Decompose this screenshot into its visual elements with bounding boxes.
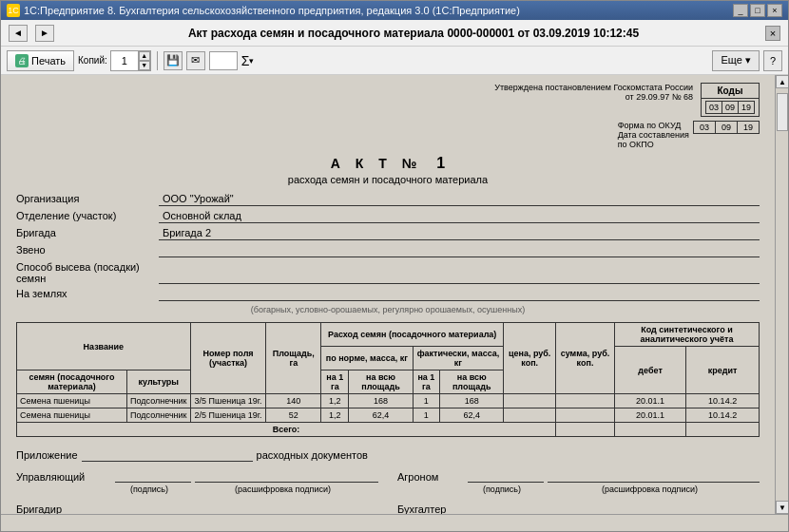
- row1-fakt1ga: 1: [413, 394, 439, 408]
- col-na1ga1-header: на 1 га: [321, 370, 349, 394]
- bukhgalter-podpis-line: [468, 502, 544, 514]
- okud-section: Форма по ОКУД Дата составления по ОКПО 0…: [16, 121, 760, 149]
- forward-button[interactable]: ►: [35, 25, 54, 42]
- upravlyayushchiy-podpis-line: [115, 469, 191, 483]
- scroll-thumb[interactable]: [777, 93, 788, 131]
- sposob-label: Способ высева (посадки) семян: [16, 261, 159, 284]
- bogary-text: (богарных, условно-орошаемых, регулярно …: [16, 305, 760, 314]
- left-spacer: [16, 121, 618, 149]
- doc-layout: Утверждена постановлением Госкомстата Ро…: [1, 75, 788, 514]
- total-row: Всего:: [17, 423, 760, 437]
- scroll-down-button[interactable]: ▼: [776, 501, 788, 514]
- maximize-button[interactable]: □: [750, 4, 765, 17]
- number-input[interactable]: 0: [209, 51, 238, 70]
- scroll-up-button[interactable]: ▲: [776, 75, 788, 88]
- col-navsyu2-header: на всю площадь: [440, 370, 504, 394]
- brigadir-podpis-line: [115, 502, 191, 514]
- date-codes-table: 03 09 19: [693, 121, 760, 134]
- org-label: Организация: [16, 193, 159, 206]
- row2-faktvsyu: 62,4: [440, 408, 504, 423]
- total-debet: [614, 423, 685, 437]
- col-kultury-header: культуры: [127, 370, 191, 394]
- col-nomer-header: Номер поля (участка): [190, 323, 266, 394]
- dept-field: Отделение (участок) Основной склад: [16, 210, 760, 223]
- sig-row-2: Бригадир Бухгалтер: [16, 502, 760, 514]
- copies-label: Копий:: [78, 55, 107, 66]
- col-tsena-header: цена, руб. коп.: [504, 323, 556, 394]
- upravlyayushchiy-rashifrovka-sub: (расшифровка подписи): [187, 484, 378, 494]
- row1-kultura: Подсолнечник: [127, 394, 191, 408]
- approval-section: Утверждена постановлением Госкомстата Ро…: [16, 83, 760, 117]
- copies-input[interactable]: [111, 51, 138, 70]
- toolbar-right: Еще ▾ ?: [712, 50, 782, 71]
- agronom-rashifrovka-line: [548, 469, 760, 483]
- sig-row-1: Управляющий Агроном: [16, 469, 760, 483]
- org-value: ООО "Урожай": [159, 193, 760, 206]
- brigadir-rashifrovka-line: [195, 502, 378, 514]
- row2-nomer: 2/5 Пшеница 19г.: [190, 408, 266, 423]
- upravlyayushchiy-subs: (подпись) (расшифровка подписи): [16, 484, 378, 494]
- doc-title-bar: ◄ ► Акт расхода семян и посадочного мате…: [1, 20, 788, 47]
- col-semyan-header: семян (посадочного материала): [17, 370, 127, 394]
- prilozhenie-row: Приложение расходных документов: [16, 448, 760, 462]
- back-button[interactable]: ◄: [9, 25, 28, 42]
- app-title: 1С:Предприятие 8. Бухгалтерия сельскохоз…: [24, 5, 520, 16]
- row2-debet: 20.01.1: [614, 408, 685, 423]
- agronom-subs: (подпись) (расшифровка подписи): [397, 484, 760, 494]
- zveno-field: Звено: [16, 244, 760, 257]
- col-kredit-header: кредит: [686, 347, 760, 394]
- agronom-group: Агроном: [397, 469, 760, 483]
- row1-normavsyu: 168: [349, 394, 413, 408]
- dept-value: Основной склад: [159, 210, 760, 223]
- row2-normavsyu: 62,4: [349, 408, 413, 423]
- agronom-rashifrovka-sub: (расшифровка подписи): [540, 484, 760, 494]
- zveno-label: Звено: [16, 244, 159, 257]
- doc-content: Утверждена постановлением Госкомстата Ро…: [1, 75, 775, 514]
- row2-fakt1ga: 1: [413, 408, 439, 423]
- row1-debet: 20.01.1: [614, 394, 685, 408]
- col-rashod-header: Расход семян (посадочного материала): [321, 323, 504, 347]
- date-y-cell: 19: [737, 122, 759, 134]
- date-d-cell: 03: [693, 122, 715, 134]
- scrollbar[interactable]: ▲ ▼: [775, 75, 788, 514]
- more-button[interactable]: Еще ▾: [712, 50, 759, 71]
- close-button[interactable]: ×: [767, 4, 782, 17]
- col-kod-header: Код синтетического и аналитического учёт…: [614, 323, 759, 347]
- brigade-label: Бригада: [16, 227, 159, 240]
- upravlyayushchiy-podpis-sub: (подпись): [111, 484, 187, 494]
- print-button[interactable]: 🖨 Печать: [7, 50, 74, 71]
- copies-up-button[interactable]: ▲: [139, 51, 150, 61]
- copies-group: Копий: ▲ ▼: [78, 50, 151, 71]
- row1-kredit: 10.14.2: [686, 394, 760, 408]
- brigadir-label: Бригадир: [16, 504, 111, 514]
- row1-nomer: 3/5 Пшеница 19г.: [190, 394, 266, 408]
- sum-button[interactable]: Σ▾: [241, 53, 255, 68]
- brigade-value: Бригада 2: [159, 227, 760, 240]
- row1-tsena: [504, 394, 556, 408]
- email-button[interactable]: ✉: [186, 51, 205, 70]
- sposob-field: Способ высева (посадки) семян: [16, 261, 760, 284]
- upravlyayushchiy-label: Управляющий: [16, 471, 111, 483]
- okud-m: 09: [722, 102, 738, 114]
- doc-close-button[interactable]: ×: [765, 26, 780, 41]
- prilozhenie-line: [82, 448, 253, 462]
- nazemlyah-field: На землях: [16, 288, 760, 301]
- act-subtitle: расхода семян и посадочного материала: [16, 174, 760, 185]
- minimize-button[interactable]: _: [733, 4, 748, 17]
- doc-body: Утверждена постановлением Госкомстата Ро…: [1, 75, 775, 514]
- copies-down-button[interactable]: ▼: [139, 61, 150, 70]
- col-debet-header: дебет: [614, 347, 685, 394]
- row1-norma1ga: 1,2: [321, 394, 349, 408]
- row1-ploshchad: 140: [266, 394, 321, 408]
- data-table: Название Номер поля (участка) Площадь, г…: [16, 322, 760, 437]
- agronom-podpis-sub: (подпись): [464, 484, 540, 494]
- act-number: 1: [436, 155, 445, 171]
- bukhgalter-group: Бухгалтер: [397, 502, 760, 514]
- col-na1ga2-header: на 1 га: [413, 370, 439, 394]
- separator-1: [157, 51, 158, 70]
- row2-kultura: Подсолнечник: [127, 408, 191, 423]
- save-button[interactable]: 💾: [164, 51, 183, 70]
- col-po-norme-header: по норме, масса, кг: [321, 347, 414, 370]
- dept-label: Отделение (участок): [16, 210, 159, 223]
- help-button[interactable]: ?: [763, 50, 782, 71]
